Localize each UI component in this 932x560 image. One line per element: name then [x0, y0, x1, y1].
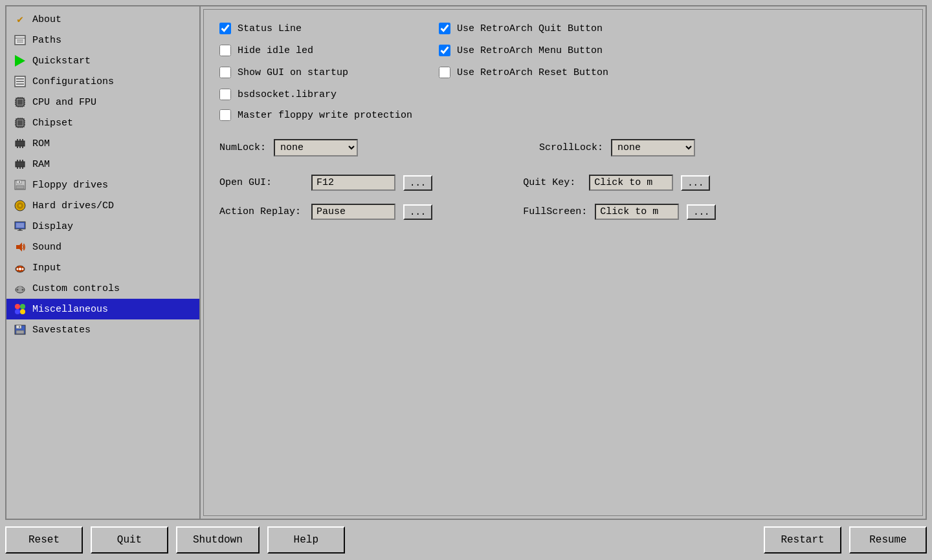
svg-rect-67 — [19, 268, 21, 270]
sidebar-item-display[interactable]: Display — [6, 216, 199, 237]
numlock-select[interactable]: none — [274, 139, 358, 156]
checkbox-show-gui-label: Show GUI on startup — [238, 67, 348, 78]
sidebar-label-ram: RAM — [32, 159, 50, 170]
svg-rect-52 — [16, 186, 24, 189]
checkbox-status-line-input[interactable] — [219, 23, 231, 34]
sidebar-label-input: Input — [32, 263, 61, 274]
svg-rect-42 — [22, 139, 23, 141]
svg-point-75 — [20, 309, 25, 314]
checkbox-retroarch-menu[interactable]: Use RetroArch Menu Button — [439, 45, 608, 56]
quit-button[interactable]: Quit — [91, 526, 168, 554]
sidebar-label-misc: Miscellaneous — [32, 304, 108, 315]
sidebar-item-hdd[interactable]: Hard drives/CD — [6, 195, 199, 216]
svg-rect-78 — [16, 330, 24, 334]
resume-button[interactable]: Resume — [849, 526, 927, 554]
sidebar-label-paths: Paths — [32, 35, 61, 46]
checkbox-master-floppy[interactable]: Master floppy write protection — [219, 109, 907, 121]
sidebar: ✔ About Paths Quickstart Configurations — [6, 6, 201, 519]
fullscreen-label: FullScreen: — [523, 206, 587, 217]
sidebar-item-rom[interactable]: ROM — [6, 133, 199, 154]
scrolllock-select[interactable]: none — [611, 139, 695, 156]
sidebar-label-floppy: Floppy drives — [32, 180, 108, 191]
checkbox-show-gui-input[interactable] — [219, 67, 231, 78]
checkbox-retroarch-menu-input[interactable] — [439, 45, 450, 56]
sidebar-label-quickstart: Quickstart — [32, 56, 91, 67]
sound-icon — [13, 240, 27, 254]
reset-button[interactable]: Reset — [5, 526, 83, 554]
checkbox-retroarch-reset-input[interactable] — [439, 67, 450, 78]
sidebar-label-about: About — [32, 14, 61, 25]
checkbox-bsdsocket[interactable]: bsdsocket.library — [219, 89, 348, 100]
sidebar-item-custom[interactable]: Custom controls — [6, 278, 199, 299]
checkbox-retroarch-reset[interactable]: Use RetroArch Reset Button — [439, 67, 608, 78]
svg-rect-69 — [19, 286, 21, 290]
sidebar-item-sound[interactable]: Sound — [6, 237, 199, 257]
checkbox-show-gui[interactable]: Show GUI on startup — [219, 67, 348, 78]
svg-rect-44 — [17, 167, 18, 169]
svg-point-74 — [15, 309, 20, 314]
scrolllock-label: ScrollLock: — [539, 142, 603, 153]
sidebar-item-ram[interactable]: RAM — [6, 154, 199, 175]
checkbox-hide-idle-input[interactable] — [219, 45, 231, 56]
chipset-icon — [13, 116, 27, 130]
paths-icon — [13, 33, 27, 47]
svg-rect-49 — [22, 160, 23, 162]
svg-point-65 — [22, 268, 24, 270]
quit-key-input[interactable] — [589, 175, 673, 191]
svg-point-64 — [17, 268, 19, 270]
quit-key-button[interactable]: ... — [681, 175, 710, 191]
action-replay-button[interactable]: ... — [403, 204, 432, 220]
misc-icon — [13, 302, 27, 316]
checkbox-status-line[interactable]: Status Line — [219, 23, 348, 34]
sidebar-label-savestates: Savestates — [32, 325, 91, 336]
bottom-bar: Reset Quit Shutdown Help Restart Resume — [0, 520, 932, 560]
checkbox-retroarch-quit-label: Use RetroArch Quit Button — [457, 23, 603, 34]
sidebar-item-misc[interactable]: Miscellaneous — [6, 299, 199, 319]
open-gui-input[interactable] — [311, 175, 395, 191]
configurations-icon — [13, 74, 27, 89]
sidebar-item-chipset[interactable]: Chipset — [6, 113, 199, 133]
sidebar-item-paths[interactable]: Paths — [6, 30, 199, 50]
checkbox-retroarch-quit[interactable]: Use RetroArch Quit Button — [439, 23, 608, 34]
restart-button[interactable]: Restart — [764, 526, 841, 554]
svg-point-73 — [20, 304, 25, 309]
hdd-icon — [13, 199, 27, 213]
sidebar-item-quickstart[interactable]: Quickstart — [6, 50, 199, 71]
fullscreen-button[interactable]: ... — [687, 204, 716, 220]
fullscreen-input[interactable] — [595, 204, 679, 220]
sidebar-label-hdd: Hard drives/CD — [32, 200, 114, 211]
svg-rect-38 — [19, 146, 21, 148]
about-icon: ✔ — [13, 12, 27, 27]
sidebar-item-cpu[interactable]: CPU and FPU — [6, 92, 199, 113]
svg-rect-48 — [19, 160, 21, 162]
sidebar-item-savestates[interactable]: Savestates — [6, 319, 199, 340]
svg-point-70 — [17, 289, 19, 291]
checkbox-retroarch-menu-label: Use RetroArch Menu Button — [457, 45, 603, 56]
svg-rect-36 — [16, 141, 25, 146]
sidebar-item-about[interactable]: ✔ About — [6, 9, 199, 30]
svg-rect-60 — [17, 230, 23, 231]
svg-rect-58 — [16, 223, 24, 228]
ram-icon — [13, 157, 27, 171]
sidebar-item-floppy[interactable]: Floppy drives — [6, 175, 199, 195]
svg-rect-46 — [22, 167, 23, 169]
checkbox-retroarch-quit-input[interactable] — [439, 23, 450, 34]
sidebar-item-configurations[interactable]: Configurations — [6, 71, 199, 92]
action-replay-input[interactable] — [311, 204, 395, 220]
quit-key-label: Quit Key: — [523, 177, 581, 188]
shutdown-button[interactable]: Shutdown — [176, 526, 260, 554]
checkbox-master-floppy-input[interactable] — [219, 109, 231, 121]
checkbox-bsdsocket-input[interactable] — [219, 89, 231, 100]
checkbox-retroarch-reset-label: Use RetroArch Reset Button — [457, 67, 608, 78]
help-button[interactable]: Help — [267, 526, 345, 554]
numlock-label: NumLock: — [219, 142, 266, 153]
sidebar-label-sound: Sound — [32, 242, 61, 253]
svg-rect-43 — [16, 162, 25, 167]
sidebar-item-input[interactable]: Input — [6, 257, 199, 278]
checkbox-master-floppy-label: Master floppy write protection — [238, 110, 412, 121]
checkbox-hide-idle[interactable]: Hide idle led — [219, 45, 348, 56]
svg-marker-61 — [16, 242, 22, 252]
open-gui-button[interactable]: ... — [403, 175, 432, 191]
svg-rect-41 — [19, 139, 21, 141]
svg-point-72 — [15, 304, 20, 309]
